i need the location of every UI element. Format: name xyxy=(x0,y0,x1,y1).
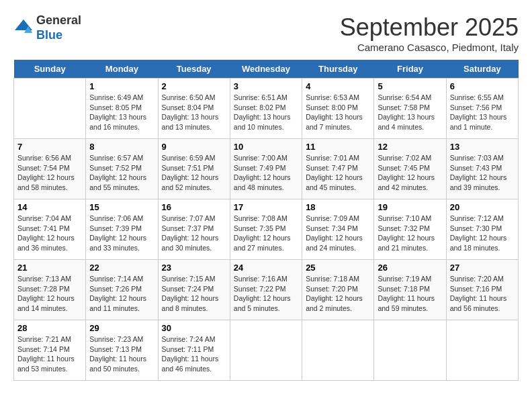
calendar-body: 1 Sunrise: 6:49 AMSunset: 8:05 PMDayligh… xyxy=(14,79,519,381)
date-number: 26 xyxy=(378,263,442,273)
date-number: 9 xyxy=(162,142,226,152)
cell-info: Sunrise: 7:10 AMSunset: 7:32 PMDaylight:… xyxy=(378,214,442,253)
page-header: General Blue September 2025 Camerano Cas… xyxy=(13,13,519,53)
cell-info: Sunrise: 7:16 AMSunset: 7:22 PMDaylight:… xyxy=(234,274,298,314)
calendar-cell: 12 Sunrise: 7:02 AMSunset: 7:45 PMDaylig… xyxy=(374,139,446,199)
date-number: 14 xyxy=(17,202,82,212)
calendar-cell: 18 Sunrise: 7:09 AMSunset: 7:34 PMDaylig… xyxy=(302,199,374,260)
day-header-monday: Monday xyxy=(86,60,158,79)
cell-info: Sunrise: 7:12 AMSunset: 7:30 PMDaylight:… xyxy=(450,214,515,253)
cell-info: Sunrise: 7:09 AMSunset: 7:34 PMDaylight:… xyxy=(306,214,370,253)
date-number: 7 xyxy=(17,142,82,152)
cell-info: Sunrise: 7:04 AMSunset: 7:41 PMDaylight:… xyxy=(17,214,82,253)
date-number: 28 xyxy=(17,323,82,333)
calendar-cell: 6 Sunrise: 6:55 AMSunset: 7:56 PMDayligh… xyxy=(446,79,518,139)
calendar-cell: 22 Sunrise: 7:14 AMSunset: 7:26 PMDaylig… xyxy=(86,260,158,320)
date-number: 22 xyxy=(89,263,154,273)
week-row-5: 28 Sunrise: 7:21 AMSunset: 7:14 PMDaylig… xyxy=(14,320,519,381)
calendar-cell: 10 Sunrise: 7:00 AMSunset: 7:49 PMDaylig… xyxy=(230,139,302,199)
date-number: 20 xyxy=(450,202,515,212)
header-row: SundayMondayTuesdayWednesdayThursdayFrid… xyxy=(14,60,519,79)
title-block: September 2025 Camerano Casasco, Piedmon… xyxy=(340,13,519,53)
date-number: 1 xyxy=(89,81,154,91)
date-number: 3 xyxy=(234,81,298,91)
day-header-friday: Friday xyxy=(374,60,446,79)
calendar-cell: 9 Sunrise: 6:59 AMSunset: 7:51 PMDayligh… xyxy=(158,139,230,199)
date-number: 11 xyxy=(306,142,370,152)
cell-info: Sunrise: 7:24 AMSunset: 7:11 PMDaylight:… xyxy=(162,334,226,374)
logo: General Blue xyxy=(13,13,81,42)
cell-info: Sunrise: 7:23 AMSunset: 7:13 PMDaylight:… xyxy=(89,334,154,374)
day-header-tuesday: Tuesday xyxy=(158,60,230,79)
cell-info: Sunrise: 6:56 AMSunset: 7:54 PMDaylight:… xyxy=(17,153,82,193)
date-number: 29 xyxy=(89,323,154,333)
cell-info: Sunrise: 7:06 AMSunset: 7:39 PMDaylight:… xyxy=(89,214,154,253)
date-number: 15 xyxy=(89,202,154,212)
date-number: 19 xyxy=(378,202,442,212)
cell-info: Sunrise: 7:15 AMSunset: 7:24 PMDaylight:… xyxy=(162,274,226,314)
date-number: 30 xyxy=(162,323,226,333)
calendar-cell: 7 Sunrise: 6:56 AMSunset: 7:54 PMDayligh… xyxy=(14,139,86,199)
date-number: 18 xyxy=(306,202,370,212)
calendar-cell: 15 Sunrise: 7:06 AMSunset: 7:39 PMDaylig… xyxy=(86,199,158,260)
calendar-cell: 25 Sunrise: 7:18 AMSunset: 7:20 PMDaylig… xyxy=(302,260,374,320)
calendar-cell: 13 Sunrise: 7:03 AMSunset: 7:43 PMDaylig… xyxy=(446,139,518,199)
cell-info: Sunrise: 6:59 AMSunset: 7:51 PMDaylight:… xyxy=(162,153,226,193)
date-number: 6 xyxy=(450,81,515,91)
calendar-cell xyxy=(446,320,518,381)
cell-info: Sunrise: 6:53 AMSunset: 8:00 PMDaylight:… xyxy=(306,93,370,132)
calendar-cell: 16 Sunrise: 7:07 AMSunset: 7:37 PMDaylig… xyxy=(158,199,230,260)
cell-info: Sunrise: 7:14 AMSunset: 7:26 PMDaylight:… xyxy=(89,274,154,314)
date-number: 10 xyxy=(234,142,298,152)
calendar-cell: 14 Sunrise: 7:04 AMSunset: 7:41 PMDaylig… xyxy=(14,199,86,260)
cell-info: Sunrise: 7:20 AMSunset: 7:16 PMDaylight:… xyxy=(450,274,515,314)
cell-info: Sunrise: 6:51 AMSunset: 8:02 PMDaylight:… xyxy=(234,93,298,132)
date-number: 21 xyxy=(17,263,82,273)
logo-icon xyxy=(13,18,34,38)
calendar-cell: 19 Sunrise: 7:10 AMSunset: 7:32 PMDaylig… xyxy=(374,199,446,260)
calendar-cell: 30 Sunrise: 7:24 AMSunset: 7:11 PMDaylig… xyxy=(158,320,230,381)
date-number: 16 xyxy=(162,202,226,212)
calendar-cell xyxy=(14,79,86,139)
location: Camerano Casasco, Piedmont, Italy xyxy=(340,42,519,53)
cell-info: Sunrise: 7:02 AMSunset: 7:45 PMDaylight:… xyxy=(378,153,442,193)
calendar-cell: 3 Sunrise: 6:51 AMSunset: 8:02 PMDayligh… xyxy=(230,79,302,139)
date-number: 24 xyxy=(234,263,298,273)
calendar-cell: 5 Sunrise: 6:54 AMSunset: 7:58 PMDayligh… xyxy=(374,79,446,139)
cell-info: Sunrise: 6:57 AMSunset: 7:52 PMDaylight:… xyxy=(89,153,154,193)
day-header-thursday: Thursday xyxy=(302,60,374,79)
date-number: 25 xyxy=(306,263,370,273)
day-header-saturday: Saturday xyxy=(446,60,518,79)
calendar-cell: 2 Sunrise: 6:50 AMSunset: 8:04 PMDayligh… xyxy=(158,79,230,139)
calendar-cell: 20 Sunrise: 7:12 AMSunset: 7:30 PMDaylig… xyxy=(446,199,518,260)
date-number: 13 xyxy=(450,142,515,152)
date-number: 8 xyxy=(89,142,154,152)
week-row-1: 1 Sunrise: 6:49 AMSunset: 8:05 PMDayligh… xyxy=(14,79,519,139)
day-header-wednesday: Wednesday xyxy=(230,60,302,79)
calendar-cell: 4 Sunrise: 6:53 AMSunset: 8:00 PMDayligh… xyxy=(302,79,374,139)
date-number: 12 xyxy=(378,142,442,152)
week-row-4: 21 Sunrise: 7:13 AMSunset: 7:28 PMDaylig… xyxy=(14,260,519,320)
date-number: 5 xyxy=(378,81,442,91)
cell-info: Sunrise: 7:13 AMSunset: 7:28 PMDaylight:… xyxy=(17,274,82,314)
calendar-cell xyxy=(230,320,302,381)
calendar-cell: 17 Sunrise: 7:08 AMSunset: 7:35 PMDaylig… xyxy=(230,199,302,260)
day-header-sunday: Sunday xyxy=(14,60,86,79)
cell-info: Sunrise: 7:08 AMSunset: 7:35 PMDaylight:… xyxy=(234,214,298,253)
cell-info: Sunrise: 7:07 AMSunset: 7:37 PMDaylight:… xyxy=(162,214,226,253)
calendar-cell: 21 Sunrise: 7:13 AMSunset: 7:28 PMDaylig… xyxy=(14,260,86,320)
cell-info: Sunrise: 7:19 AMSunset: 7:18 PMDaylight:… xyxy=(378,274,442,314)
cell-info: Sunrise: 7:21 AMSunset: 7:14 PMDaylight:… xyxy=(17,334,82,374)
calendar-cell: 26 Sunrise: 7:19 AMSunset: 7:18 PMDaylig… xyxy=(374,260,446,320)
calendar-cell: 29 Sunrise: 7:23 AMSunset: 7:13 PMDaylig… xyxy=(86,320,158,381)
calendar-cell: 27 Sunrise: 7:20 AMSunset: 7:16 PMDaylig… xyxy=(446,260,518,320)
calendar-cell xyxy=(302,320,374,381)
cell-info: Sunrise: 7:01 AMSunset: 7:47 PMDaylight:… xyxy=(306,153,370,193)
calendar-cell: 24 Sunrise: 7:16 AMSunset: 7:22 PMDaylig… xyxy=(230,260,302,320)
date-number: 27 xyxy=(450,263,515,273)
week-row-3: 14 Sunrise: 7:04 AMSunset: 7:41 PMDaylig… xyxy=(14,199,519,260)
calendar-cell: 1 Sunrise: 6:49 AMSunset: 8:05 PMDayligh… xyxy=(86,79,158,139)
month-title: September 2025 xyxy=(340,13,519,42)
cell-info: Sunrise: 7:18 AMSunset: 7:20 PMDaylight:… xyxy=(306,274,370,314)
cell-info: Sunrise: 6:55 AMSunset: 7:56 PMDaylight:… xyxy=(450,93,515,132)
